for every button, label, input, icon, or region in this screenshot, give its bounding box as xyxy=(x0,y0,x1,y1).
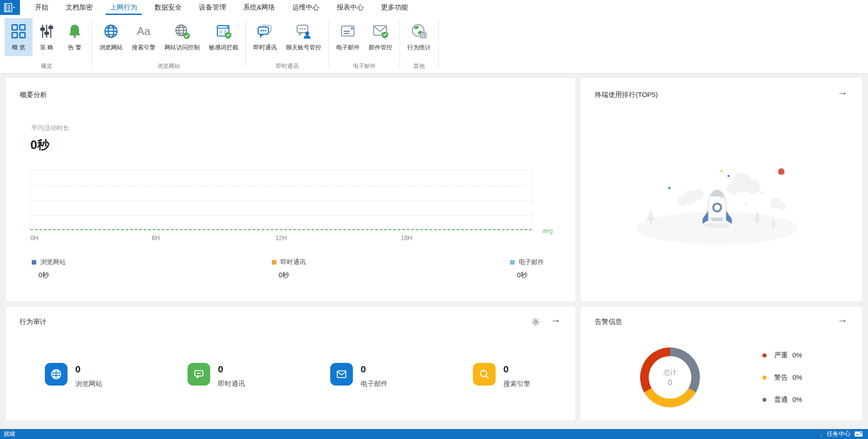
alert-legend-label: 严重 xyxy=(774,351,788,360)
ribbon-button-browse-website[interactable]: 浏览网站 xyxy=(95,18,127,56)
donut-total-label: 总计 xyxy=(663,368,677,377)
avg-reference-line xyxy=(30,229,532,230)
audit-item-browse[interactable]: 0 浏览网站 xyxy=(45,363,102,388)
app-menu-button[interactable] xyxy=(0,0,20,15)
summary-panel-title: 概要分析 xyxy=(20,91,47,99)
alerts-arrow-link[interactable]: → xyxy=(837,314,848,324)
ribbon-button-instant-messaging[interactable]: 即时通讯 xyxy=(249,18,281,56)
audit-settings-gear-icon[interactable] xyxy=(531,318,540,326)
ribbon-button-mail-control[interactable]: 邮件管控 xyxy=(364,18,397,56)
legend-item-email: 电子邮件 0秒 xyxy=(510,258,544,280)
message-tray-icon[interactable] xyxy=(854,431,863,437)
alerts-donut-chart: 总计 0 xyxy=(640,347,700,407)
ribbon-separator xyxy=(438,19,439,68)
legend-label: 浏览网站 xyxy=(40,258,66,266)
envelope-shield-icon xyxy=(371,22,390,40)
ribbon-group-label: 概览 xyxy=(2,63,92,73)
menu-bar: 开始 文档加密 上网行为 数据安全 设备管理 系统&网络 运维中心 报表中心 更… xyxy=(0,0,868,15)
audit-value: 0 xyxy=(361,363,388,374)
content-area: 概要分析 平均活动时长 0秒 avg 0H 6H 12H 18H xyxy=(0,74,868,421)
ribbon-button-label: 浏览网站 xyxy=(99,43,123,52)
chat-icon xyxy=(188,363,210,386)
audit-panel-title: 行为审计 xyxy=(19,318,47,326)
overview-grid-icon xyxy=(10,22,28,40)
ribbon-group-overview: 概 览 策 略 xyxy=(2,15,92,73)
status-bar: 就绪 ↓ 任务中心 xyxy=(0,429,868,439)
ribbon-button-email[interactable]: 电子邮件 xyxy=(332,18,364,56)
avg-line-label: avg xyxy=(542,227,553,234)
globe-icon xyxy=(102,22,120,40)
font-Aa-icon: Aa xyxy=(135,22,153,40)
audit-label: 即时通讯 xyxy=(218,380,245,388)
top5-arrow-link[interactable]: → xyxy=(837,87,848,97)
audit-panel: 行为审计 → 0 浏览网站 xyxy=(5,306,576,421)
audit-item-email[interactable]: 0 电子邮件 xyxy=(330,363,388,388)
x-tick-0h: 0H xyxy=(30,234,39,241)
globe-icon xyxy=(45,363,68,386)
audit-arrow-link[interactable]: → xyxy=(550,314,561,324)
ribbon-button-label: 邮件管控 xyxy=(369,43,392,52)
ribbon-button-label: 敏感词拦截 xyxy=(209,43,238,52)
avg-activity-value: 0秒 xyxy=(30,137,49,153)
app-window: 开始 文档加密 上网行为 数据安全 设备管理 系统&网络 运维中心 报表中心 更… xyxy=(0,0,868,439)
activity-line-chart: avg 0H 6H 12H 18H xyxy=(30,170,532,230)
ribbon-button-chat-account-control[interactable]: 聊天账号管控 xyxy=(281,18,326,56)
search-icon xyxy=(473,363,496,386)
tab-data-security[interactable]: 数据安全 xyxy=(146,0,190,15)
warning-dot-icon xyxy=(762,376,767,380)
ribbon-button-label: 概 览 xyxy=(12,43,25,52)
alert-legend-pct: 0% xyxy=(792,396,802,404)
tab-more-functions[interactable]: 更多功能 xyxy=(372,0,417,15)
alert-legend-label: 警告 xyxy=(774,373,788,382)
mail-icon xyxy=(330,363,353,386)
tab-device-management[interactable]: 设备管理 xyxy=(190,0,235,15)
ribbon-button-label: 电子邮件 xyxy=(336,43,360,52)
globe-check-icon xyxy=(173,22,191,40)
policy-sliders-icon xyxy=(38,22,56,40)
alert-legend-normal: 普通 0% xyxy=(762,395,802,405)
task-center-link[interactable]: 任务中心 xyxy=(827,430,850,438)
ribbon-group-label: 电子邮件 xyxy=(329,63,400,73)
alerts-legend: 严重 0% 警告 0% 普通 xyxy=(762,350,802,405)
alert-bell-icon xyxy=(66,22,84,40)
alerts-panel-title: 告警信息 xyxy=(595,318,622,326)
tab-internet-behavior[interactable]: 上网行为 xyxy=(101,0,146,15)
ribbon-button-search-engine[interactable]: Aa 搜索引擎 xyxy=(127,18,160,56)
alert-legend-severe: 严重 0% xyxy=(762,350,802,360)
ribbon-button-behavior-stats[interactable]: 行为统计 xyxy=(403,18,435,56)
ribbon-button-alert[interactable]: 告 警 xyxy=(61,18,89,56)
legend-swatch-im xyxy=(272,260,276,265)
legend-swatch-email xyxy=(510,260,515,265)
tab-start[interactable]: 开始 xyxy=(26,0,57,15)
tab-report-center[interactable]: 报表中心 xyxy=(328,0,372,15)
gridline xyxy=(30,201,532,201)
ribbon-group-label: 即时通讯 xyxy=(246,63,328,73)
chat-bubbles-icon xyxy=(256,22,274,40)
severe-dot-icon xyxy=(762,353,767,357)
tab-system-network[interactable]: 系统&网络 xyxy=(235,0,284,15)
donut-total-value: 0 xyxy=(668,379,672,387)
legend-item-browse: 浏览网站 0秒 xyxy=(32,258,66,280)
ribbon-button-label: 行为统计 xyxy=(407,43,431,52)
audit-label: 搜索引擎 xyxy=(503,380,530,388)
ribbon-button-site-access-control[interactable]: 网站访问控制 xyxy=(160,18,204,56)
audit-item-im[interactable]: 0 即时通讯 xyxy=(188,363,245,388)
svg-text:Aa: Aa xyxy=(137,25,150,37)
ribbon-button-label: 聊天账号管控 xyxy=(286,43,321,52)
ribbon-button-overview[interactable]: 概 览 xyxy=(5,18,33,56)
audit-item-search[interactable]: 0 搜索引擎 xyxy=(473,363,530,388)
ribbon-button-label: 告 警 xyxy=(68,43,82,52)
legend-item-im: 即时通讯 0秒 xyxy=(272,258,306,280)
document-list-icon xyxy=(4,3,16,12)
ribbon: 概 览 策 略 xyxy=(0,15,868,74)
empty-state-rocket-illustration xyxy=(636,164,799,246)
ribbon-button-policy[interactable]: 策 略 xyxy=(33,18,61,56)
tab-ops-center[interactable]: 运维中心 xyxy=(284,0,328,15)
alert-legend-pct: 0% xyxy=(792,373,802,382)
legend-label: 电子邮件 xyxy=(519,258,544,266)
ribbon-button-sensitive-word-block[interactable]: 敏感词拦截 xyxy=(204,18,243,56)
alert-legend-warning: 警告 0% xyxy=(762,372,802,382)
tab-doc-encryption[interactable]: 文档加密 xyxy=(57,0,101,15)
globe-stats-icon xyxy=(410,22,428,40)
menu-tabs: 开始 文档加密 上网行为 数据安全 设备管理 系统&网络 运维中心 报表中心 更… xyxy=(26,0,417,15)
